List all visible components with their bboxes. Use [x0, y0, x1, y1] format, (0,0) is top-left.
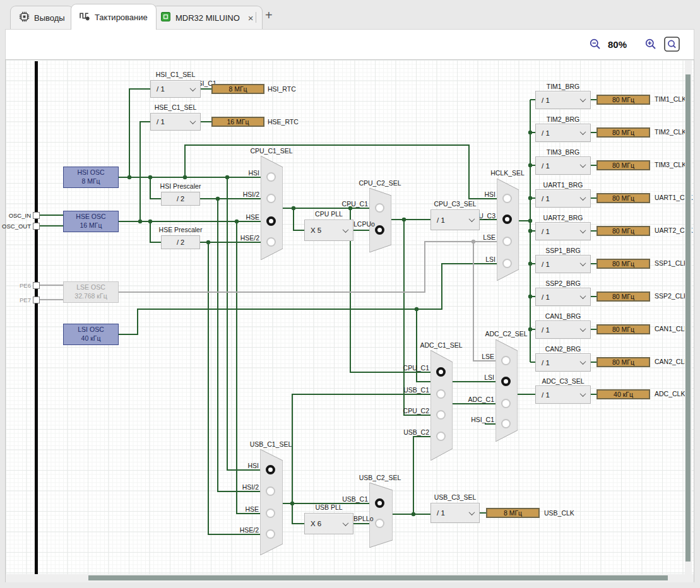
can1-freq-box: 80 МГц	[596, 324, 650, 334]
radio-adc-c2-lse[interactable]	[501, 356, 511, 365]
tab-pins[interactable]: Выводы	[10, 6, 74, 29]
tab-clocking[interactable]: Тактирование	[71, 4, 157, 30]
pin-pe6[interactable]	[33, 282, 40, 289]
ssp2-brg-dropdown[interactable]: / 1	[535, 288, 591, 306]
radio-cpu-c2-pll[interactable]	[375, 225, 384, 235]
can2-brg-dropdown[interactable]: / 1	[535, 353, 591, 372]
hse-prescaler-label: HSE Prescaler	[151, 226, 210, 233]
radio-usb-c1-hse[interactable]	[266, 509, 275, 518]
hse-rtc-label: HSE_RTC	[268, 118, 299, 126]
radio-usb-c1-hsi[interactable]	[266, 465, 275, 474]
radio-usb-c1-hsi2[interactable]	[266, 486, 275, 496]
tab-label: Выводы	[34, 13, 65, 23]
radio-hclk-lsi[interactable]	[502, 259, 512, 268]
radio-hclk-hsi[interactable]	[502, 194, 512, 203]
lsi-osc-box: LSI OSC40 кГц	[63, 324, 119, 345]
radio-adc-c1-cpu-c1[interactable]	[436, 367, 446, 377]
tim2-brg-dropdown[interactable]: / 1	[535, 124, 591, 142]
brg-label: CAN1_BRG	[534, 312, 592, 320]
hse-c1-sel-dropdown[interactable]: / 1	[150, 113, 201, 131]
uart2-brg-dropdown[interactable]: / 1	[535, 222, 591, 240]
radio-adc-c2-lsi[interactable]	[501, 377, 511, 386]
zoom-in-button[interactable]	[644, 38, 657, 53]
chevron-down-icon	[580, 260, 586, 266]
tim3-freq-box: 80 МГц	[596, 160, 650, 170]
wire-label-hse: HSE	[222, 213, 259, 221]
usb-pll-out-label: BPLLo	[353, 515, 374, 522]
lse-osc-box: LSE OSC32.768 кГц	[63, 281, 119, 303]
cpu-c3-sel-dropdown[interactable]: / 1	[430, 209, 480, 230]
wire-label-lsi: LSI	[456, 373, 494, 381]
cpu-pll-dropdown[interactable]: X 5	[304, 220, 353, 241]
adc-c3-sel-dropdown[interactable]: / 1	[535, 385, 591, 404]
chevron-down-icon	[580, 293, 586, 299]
hsi-rtc-label: HSI_RTC	[268, 85, 296, 93]
radio-hclk-cpu-c3[interactable]	[502, 215, 512, 224]
radio-hclk-lse[interactable]	[502, 237, 512, 246]
pin-label-pe7: PE7	[1, 297, 31, 303]
usb-c3-sel-dropdown[interactable]: / 1	[430, 503, 480, 523]
brg-label: TIM2_BRG	[534, 115, 592, 123]
vertical-scrollbar-thumb[interactable]	[685, 74, 691, 562]
zoom-out-button[interactable]	[589, 38, 602, 53]
new-tab-button[interactable]: +	[265, 8, 273, 23]
wire-label-cpu-c1: CPU_C1	[391, 364, 429, 372]
can1-brg-dropdown[interactable]: / 1	[535, 320, 591, 339]
radio-cpu-c1-hse2[interactable]	[266, 237, 276, 247]
hsi-c1-sel-dropdown[interactable]: / 1	[150, 80, 201, 98]
cpu-c1-sel-label: CPU_C1_SEL	[243, 147, 300, 155]
radio-adc-c1-cpu-c2[interactable]	[436, 410, 446, 420]
wire-label-hse: HSE	[221, 505, 259, 513]
clk-label: TIM2_CLK	[655, 128, 686, 136]
radio-cpu-c1-hsi2[interactable]	[266, 194, 276, 203]
zoom-fit-button[interactable]	[664, 37, 680, 54]
pin-pe7[interactable]	[33, 297, 40, 303]
radio-cpu-c2-cpu-c1[interactable]	[375, 203, 384, 213]
pin-label-pe6: PE6	[1, 282, 31, 289]
chevron-down-icon	[580, 227, 586, 233]
radio-adc-c1-usb-c2[interactable]	[436, 432, 446, 441]
tim3-brg-dropdown[interactable]: / 1	[535, 156, 591, 175]
wire-label-cpu-c2: CPU_C2	[391, 407, 429, 415]
horizontal-scrollbar-thumb[interactable]	[88, 575, 668, 580]
cpu-c3-sel-label: CPU_C3_SEL	[426, 200, 484, 208]
chevron-down-icon	[190, 118, 196, 124]
tim1-brg-dropdown[interactable]: / 1	[535, 91, 591, 109]
close-icon[interactable]: ×	[248, 13, 254, 23]
wire-label-usb-c2: USB_C2	[391, 428, 429, 436]
uart1-brg-dropdown[interactable]: / 1	[535, 189, 591, 208]
tab-label: Тактирование	[95, 13, 148, 22]
usb-clk-label: USB_CLK	[544, 509, 574, 517]
tab-project[interactable]: MDR32 MILUINO ×	[151, 6, 263, 29]
wire-label-lsi: LSI	[458, 256, 495, 263]
pin-osc-in[interactable]	[33, 212, 40, 219]
usb-c2-sel-label: USB_C2_SEL	[352, 474, 408, 481]
hsi-prescaler-box: / 2	[161, 192, 200, 206]
radio-cpu-c1-hse[interactable]	[266, 216, 276, 226]
ssp2-freq-box: 80 МГц	[596, 291, 650, 302]
ssp1-brg-dropdown[interactable]: / 1	[535, 255, 591, 273]
chevron-down-icon	[580, 194, 586, 201]
usb-pll-dropdown[interactable]: X 6	[304, 513, 353, 534]
brg-label: TIM3_BRG	[534, 148, 592, 156]
wire-label-hsi2: HSI/2	[221, 483, 259, 491]
radio-adc-c2-hsi-c1[interactable]	[501, 419, 511, 428]
usb-c1-sel-label: USB_C1_SEL	[242, 440, 299, 448]
radio-adc-c1-usb-c1[interactable]	[436, 389, 446, 399]
clock-waveform-icon	[80, 11, 90, 23]
radio-adc-c2-adc-c1[interactable]	[501, 399, 511, 408]
wire-label-hsi: HSI	[458, 191, 495, 198]
wire-label-usb-c1: USB_C1	[391, 386, 429, 394]
radio-usb-c2-usb-c1[interactable]	[375, 498, 384, 508]
can2-freq-box: 80 МГц	[596, 357, 650, 367]
hse-prescaler-box: / 2	[161, 235, 200, 249]
radio-usb-c1-hse2[interactable]	[266, 529, 275, 539]
wire-label-hse2: HSE/2	[221, 526, 259, 534]
chevron-down-icon	[343, 520, 349, 526]
radio-usb-c2-pll[interactable]	[375, 519, 384, 528]
brg-label: UART1_BRG	[534, 181, 592, 189]
pin-osc-out[interactable]	[33, 223, 40, 230]
chevron-down-icon	[580, 391, 586, 397]
chevron-down-icon	[469, 509, 475, 515]
radio-cpu-c1-hsi[interactable]	[266, 172, 276, 182]
